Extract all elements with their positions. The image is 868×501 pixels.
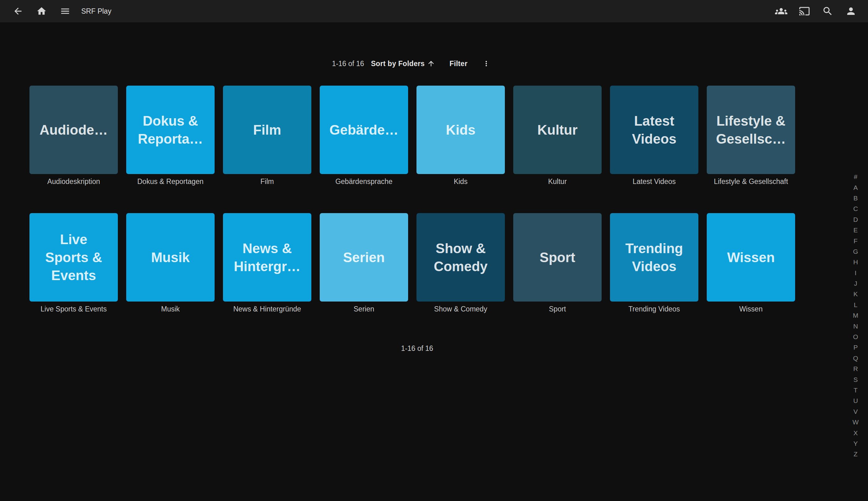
alpha-picker-letter[interactable]: V <box>847 406 864 417</box>
sort-button-label: Sort by Folders <box>371 60 424 68</box>
back-button[interactable] <box>6 0 30 22</box>
alpha-picker-letter[interactable]: B <box>847 193 864 203</box>
folder-card-box[interactable]: Audiode… <box>30 86 118 174</box>
alpha-picker-letter[interactable]: R <box>847 364 864 374</box>
sort-button[interactable]: Sort by Folders <box>371 60 435 68</box>
folder-card-box[interactable]: Sport <box>513 213 601 301</box>
alpha-picker-letter[interactable]: M <box>847 310 864 321</box>
filter-button[interactable]: Filter <box>449 60 467 68</box>
search-button[interactable] <box>816 0 839 22</box>
app-bar-left: SRF Play <box>0 0 111 22</box>
menu-icon <box>60 6 70 17</box>
alpha-picker-letter[interactable]: T <box>847 385 864 395</box>
sort-ascending-icon <box>427 60 435 68</box>
library-folder-card[interactable]: Dokus & Reporta… Dokus & Reportagen <box>126 86 215 186</box>
cast-button[interactable] <box>793 0 816 22</box>
filter-button-label: Filter <box>449 60 467 68</box>
alpha-picker: #ABCDEFGHIJKLMNOPQRSTUVWXYZ <box>847 172 864 460</box>
folder-card-box[interactable]: Show & Comedy <box>416 213 505 301</box>
folder-card-box[interactable]: Musik <box>126 213 215 301</box>
alpha-picker-letter[interactable]: O <box>847 332 864 342</box>
library-folder-card[interactable]: Trending Videos Trending Videos <box>610 213 698 314</box>
folder-card-title: Show & Comedy <box>434 239 488 276</box>
folder-card-caption: Gebärdensprache <box>320 177 408 186</box>
folder-card-title: Kids <box>446 121 475 139</box>
alpha-picker-letter[interactable]: J <box>847 278 864 289</box>
alpha-picker-letter[interactable]: I <box>847 268 864 278</box>
library-folder-card[interactable]: Gebärde… Gebärdensprache <box>320 86 408 186</box>
alpha-picker-letter[interactable]: X <box>847 427 864 438</box>
folder-card-caption: Wissen <box>707 304 795 314</box>
overflow-menu-button[interactable] <box>482 60 490 68</box>
folder-card-title: Musik <box>151 248 190 266</box>
library-folder-card[interactable]: Sport Sport <box>513 213 601 314</box>
library-folder-card[interactable]: Live Sports & Events Live Sports & Event… <box>30 213 118 314</box>
folder-card-caption: Show & Comedy <box>416 304 505 314</box>
folder-card-title: Wissen <box>727 248 775 266</box>
library-grid: Audiode… Audiodeskription Dokus & Report… <box>30 86 795 314</box>
alpha-picker-letter[interactable]: G <box>847 246 864 257</box>
folder-card-box[interactable]: Dokus & Reporta… <box>126 86 215 174</box>
user-button[interactable] <box>839 0 862 22</box>
alpha-picker-letter[interactable]: K <box>847 289 864 299</box>
alpha-picker-letter[interactable]: P <box>847 342 864 353</box>
item-count: 1-16 of 16 <box>332 60 365 68</box>
alpha-picker-letter[interactable]: C <box>847 203 864 214</box>
folder-card-title: Lifestyle & Gesellsc… <box>716 112 786 148</box>
folder-card-caption: Kultur <box>513 177 601 186</box>
folder-card-title: Film <box>253 121 281 139</box>
alpha-picker-letter[interactable]: S <box>847 374 864 385</box>
alpha-picker-letter[interactable]: # <box>847 172 864 182</box>
controls-bar: 1-16 of 16 Sort by Folders Filter <box>0 57 828 71</box>
folder-card-title: News & Hintergr… <box>234 239 301 276</box>
alpha-picker-letter[interactable]: N <box>847 321 864 331</box>
app-bar-right <box>769 0 868 22</box>
folder-card-box[interactable]: Live Sports & Events <box>30 213 118 301</box>
folder-card-title: Live Sports & Events <box>45 231 102 285</box>
user-icon <box>845 6 857 17</box>
library-folder-card[interactable]: News & Hintergr… News & Hintergründe <box>223 213 311 314</box>
folder-card-caption: Dokus & Reportagen <box>126 177 215 186</box>
folder-card-box[interactable]: Gebärde… <box>320 86 408 174</box>
folder-card-box[interactable]: News & Hintergr… <box>223 213 311 301</box>
folder-card-box[interactable]: Serien <box>320 213 408 301</box>
library-folder-card[interactable]: Wissen Wissen <box>707 213 795 314</box>
folder-card-caption: Sport <box>513 304 601 314</box>
alpha-picker-letter[interactable]: W <box>847 417 864 427</box>
alpha-picker-letter[interactable]: U <box>847 395 864 406</box>
alpha-picker-letter[interactable]: L <box>847 300 864 310</box>
folder-card-box[interactable]: Lifestyle & Gesellsc… <box>707 86 795 174</box>
library-folder-card[interactable]: Lifestyle & Gesellsc… Lifestyle & Gesell… <box>707 86 795 186</box>
library-folder-card[interactable]: Audiode… Audiodeskription <box>30 86 118 186</box>
alpha-picker-letter[interactable]: Z <box>847 449 864 459</box>
library-folder-card[interactable]: Latest Videos Latest Videos <box>610 86 698 186</box>
folder-card-caption: Kids <box>416 177 505 186</box>
folder-card-box[interactable]: Kids <box>416 86 505 174</box>
alpha-picker-letter[interactable]: A <box>847 182 864 193</box>
library-folder-card[interactable]: Film Film <box>223 86 311 186</box>
library-folder-card[interactable]: Kultur Kultur <box>513 86 601 186</box>
home-button[interactable] <box>30 0 53 22</box>
library-folder-card[interactable]: Musik Musik <box>126 213 215 314</box>
library-folder-card[interactable]: Kids Kids <box>416 86 505 186</box>
search-icon <box>822 6 833 17</box>
alpha-picker-letter[interactable]: Q <box>847 353 864 364</box>
folder-card-box[interactable]: Latest Videos <box>610 86 698 174</box>
library-folder-card[interactable]: Show & Comedy Show & Comedy <box>416 213 505 314</box>
syncplay-button[interactable] <box>769 0 793 22</box>
folder-card-caption: Audiodeskription <box>30 177 118 186</box>
folder-card-box[interactable]: Kultur <box>513 86 601 174</box>
alpha-picker-letter[interactable]: H <box>847 257 864 267</box>
folder-card-box[interactable]: Film <box>223 86 311 174</box>
alpha-picker-letter[interactable]: F <box>847 235 864 246</box>
alpha-picker-letter[interactable]: E <box>847 225 864 235</box>
alpha-picker-letter[interactable]: D <box>847 214 864 225</box>
folder-card-caption: Latest Videos <box>610 177 698 186</box>
alpha-picker-letter[interactable]: Y <box>847 438 864 449</box>
menu-button[interactable] <box>53 0 77 22</box>
cast-icon <box>799 6 810 17</box>
folder-card-box[interactable]: Trending Videos <box>610 213 698 301</box>
vertical-dots-icon <box>482 60 490 68</box>
folder-card-box[interactable]: Wissen <box>707 213 795 301</box>
library-folder-card[interactable]: Serien Serien <box>320 213 408 314</box>
